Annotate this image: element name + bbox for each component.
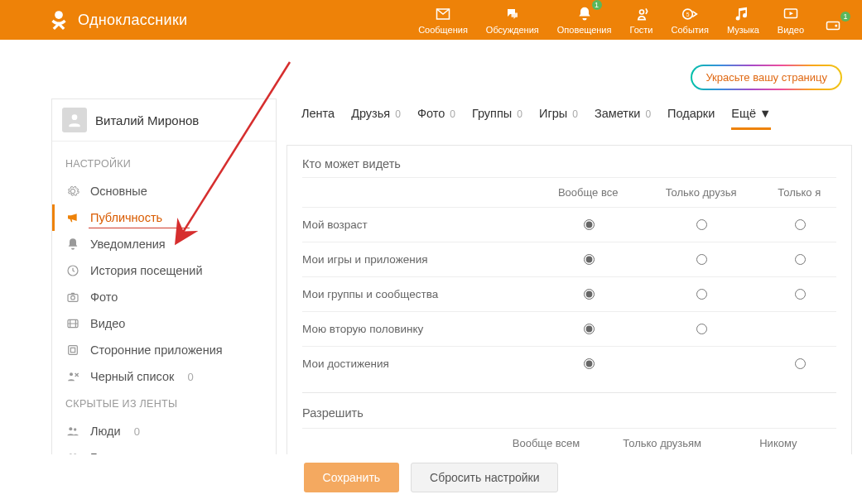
profile-block[interactable]: Виталий Миронов [52, 99, 276, 142]
radio-option[interactable] [584, 219, 595, 230]
settings-heading: НАСТРОЙКИ [52, 158, 276, 178]
radio-option[interactable] [696, 219, 707, 230]
sidebar-item-app[interactable]: Сторонние приложения [52, 337, 276, 363]
permit-col: Никому [720, 437, 836, 449]
sidebar-item-megaphone[interactable]: Публичность [52, 204, 276, 231]
notifications-icon: 1 [574, 5, 595, 23]
tab-label: Лента [301, 107, 335, 120]
active-underline [89, 228, 190, 228]
nav-music[interactable]: Музыка [727, 5, 759, 35]
svg-point-14 [69, 427, 72, 430]
tab-Фото[interactable]: Фото 0 [417, 107, 455, 130]
sidebar-item-label: Сторонние приложения [90, 343, 223, 357]
top-nav: Одноклассники СообщенияОбсуждения1Оповещ… [0, 0, 862, 40]
row-label: Мои достижения [302, 347, 537, 382]
tab-Ещё ▼[interactable]: Ещё ▼ [731, 107, 771, 130]
gear-icon [65, 184, 80, 199]
radio-option[interactable] [696, 254, 707, 265]
payments-icon: 1 [822, 17, 844, 35]
nav-label: Оповещения [557, 25, 612, 35]
logo[interactable]: Одноклассники [48, 9, 187, 31]
tab-Группы[interactable]: Группы 0 [472, 107, 522, 130]
sidebar-item-bell[interactable]: Уведомления [52, 231, 276, 257]
sidebar-item-gear[interactable]: Основные [52, 178, 276, 204]
tab-label: Подарки [667, 107, 715, 120]
radio-option[interactable] [795, 289, 806, 300]
profile-tabs: ЛентаДрузья 0Фото 0Группы 0Игры 0Заметки… [287, 98, 852, 130]
nav-discussions[interactable]: Обсуждения [486, 5, 539, 35]
svg-point-0 [55, 11, 63, 19]
sidebar-item-label: Уведомления [90, 238, 166, 251]
sidebar-item-label: Черный список [90, 370, 174, 383]
tab-label: Фото [417, 107, 445, 120]
decorate-page-button[interactable]: Украсьте вашу страницу [691, 65, 842, 90]
svg-point-13 [70, 372, 73, 376]
tab-Подарки[interactable]: Подарки [667, 107, 715, 130]
messages-icon [432, 5, 454, 23]
sidebar-item-label: История посещений [90, 264, 203, 277]
film-icon [65, 316, 80, 331]
radio-option[interactable] [584, 358, 595, 369]
nav-label: Видео [778, 25, 804, 35]
sidebar-item-label: Публичность [90, 211, 162, 224]
radio-option[interactable] [584, 289, 595, 300]
svg-point-6 [72, 114, 78, 120]
camera-icon [65, 290, 80, 305]
radio-option[interactable] [696, 324, 707, 334]
tab-label: Группы [472, 107, 512, 120]
blacklist-icon [65, 369, 80, 384]
row-label: Мой возраст [302, 208, 537, 242]
sidebar-item-people[interactable]: Люди0 [52, 418, 276, 444]
app-icon [65, 343, 80, 358]
nav-guests[interactable]: Гости [629, 5, 653, 35]
megaphone-icon [65, 210, 80, 225]
video-center-icon [780, 5, 802, 23]
svg-rect-11 [69, 346, 78, 355]
tab-Лента[interactable]: Лента [301, 107, 335, 130]
col-head [302, 178, 537, 208]
nav-messages[interactable]: Сообщения [418, 5, 468, 35]
nav-payments[interactable]: 1 [822, 17, 844, 35]
nav-label: Обсуждения [486, 25, 539, 35]
nav-events[interactable]: 5События [672, 5, 709, 35]
footer-actions: Сохранить Сбросить настройки [0, 454, 862, 504]
nav-label: Гости [629, 25, 653, 35]
permit-col: Только друзьям [604, 437, 720, 449]
svg-point-9 [71, 295, 75, 300]
ok-logo-icon [48, 9, 70, 31]
reset-button[interactable]: Сбросить настройки [411, 463, 558, 492]
sidebar-item-label: Фото [90, 290, 118, 304]
visibility-row: Мои достижения [302, 347, 836, 382]
main-area: ЛентаДрузья 0Фото 0Группы 0Игры 0Заметки… [287, 98, 852, 478]
radio-option[interactable] [696, 289, 707, 300]
nav-notifications[interactable]: 1Оповещения [557, 5, 612, 35]
tab-Друзья[interactable]: Друзья 0 [351, 107, 401, 130]
sidebar-item-film[interactable]: Видео [52, 310, 276, 337]
sidebar: Виталий Миронов НАСТРОЙКИ ОсновныеПублич… [51, 98, 277, 478]
radio-option[interactable] [795, 358, 806, 369]
tab-count: 0 [450, 108, 455, 120]
sidebar-item-blacklist[interactable]: Черный список0 [52, 363, 276, 390]
tab-Заметки[interactable]: Заметки 0 [595, 107, 651, 130]
svg-point-15 [74, 428, 76, 430]
tab-Игры[interactable]: Игры 0 [539, 107, 578, 130]
save-button[interactable]: Сохранить [304, 463, 400, 492]
badge: 1 [840, 12, 850, 22]
tab-count: 0 [395, 108, 401, 120]
hidden-heading: СКРЫТЫЕ ИЗ ЛЕНТЫ [52, 398, 276, 418]
nav-label: Музыка [727, 25, 759, 35]
sidebar-item-clock[interactable]: История посещений [52, 257, 276, 284]
discussions-icon [502, 5, 523, 23]
people-icon [65, 424, 80, 439]
sidebar-item-camera[interactable]: Фото [52, 284, 276, 310]
radio-option[interactable] [795, 254, 806, 265]
radio-option[interactable] [584, 254, 595, 265]
tab-count: 0 [572, 108, 578, 120]
nav-video-center[interactable]: Видео [778, 5, 804, 35]
radio-option[interactable] [584, 324, 595, 334]
visibility-row: Мои игры и приложения [302, 242, 836, 277]
tab-label: Заметки [595, 107, 640, 120]
visibility-table: Вообще всеТолько друзьяТолько яМой возра… [302, 177, 836, 381]
radio-option[interactable] [795, 219, 806, 230]
tab-label: Друзья [351, 107, 390, 120]
